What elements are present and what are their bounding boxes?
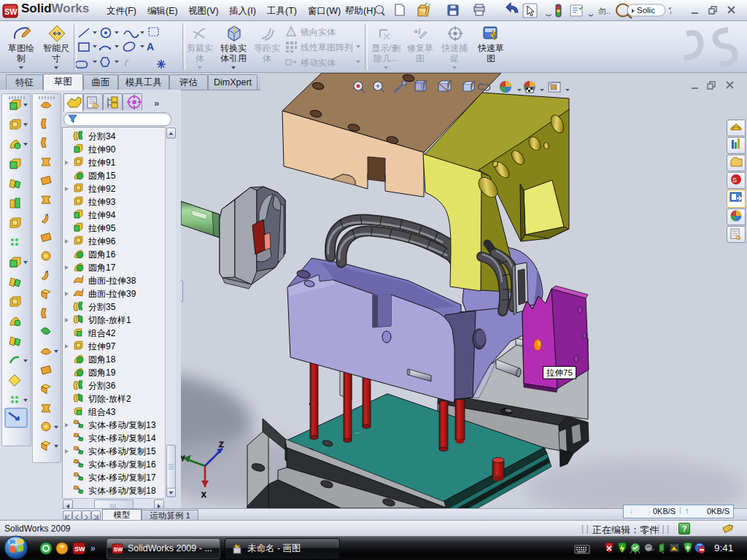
svg-text:»: » [154,98,159,109]
svg-text:»: » [90,543,96,553]
svg-text:A: A [147,41,154,52]
svg-text:Y: Y [181,454,185,463]
svg-text:Solic: Solic [637,6,655,15]
svg-text:S: S [732,176,737,184]
svg-text:?: ? [668,5,671,16]
svg-text:SW: SW [4,7,18,16]
svg-text:+/: +/ [414,27,420,36]
svg-text:Z: Z [219,440,224,449]
svg-text:SW: SW [74,545,85,553]
svg-text:SW: SW [114,546,123,553]
svg-text:勿..: 勿.. [598,7,611,15]
svg-text:X: X [201,491,206,499]
